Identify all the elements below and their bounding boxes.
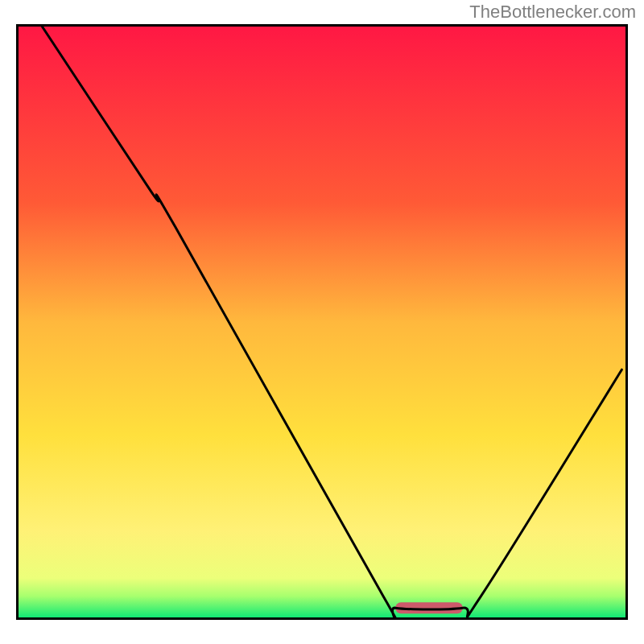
chart-container: TheBottlenecker.com <box>0 0 644 644</box>
chart-svg <box>16 24 628 620</box>
gradient-background <box>16 24 628 620</box>
chart-area <box>16 24 628 620</box>
watermark-text: TheBottlenecker.com <box>469 2 636 23</box>
